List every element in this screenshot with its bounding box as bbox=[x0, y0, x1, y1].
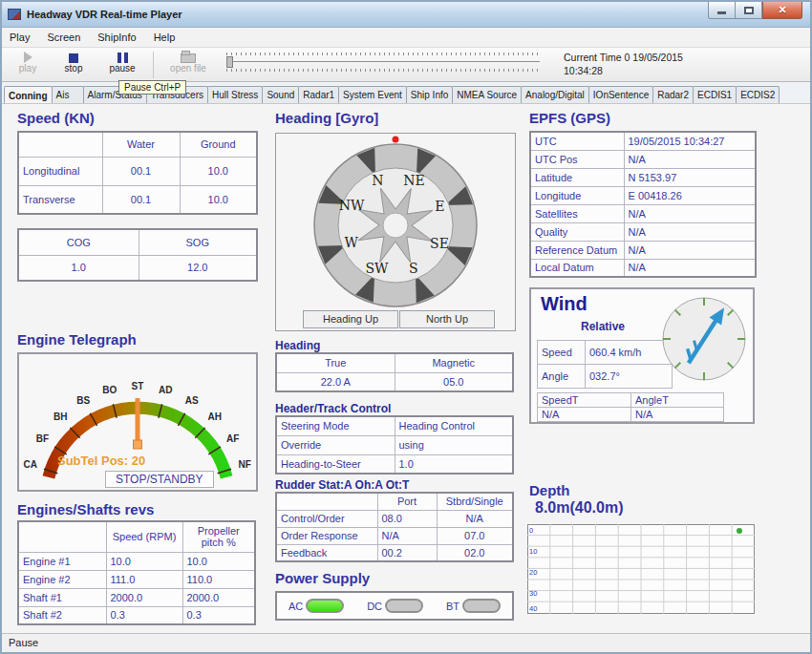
table-row: Control/Order 08.0 N/A bbox=[276, 510, 513, 527]
table-row: Longitudinal 00.1 10.0 bbox=[18, 157, 257, 185]
tab-hull-stress[interactable]: Hull Stress bbox=[207, 86, 263, 103]
engine-telegraph-gauge: CA BF BH BS BO ST AD AS AH AF NF bbox=[19, 354, 256, 490]
menu-bar: Play Screen ShipInfo Help bbox=[2, 28, 810, 48]
svg-text:AS: AS bbox=[185, 395, 199, 406]
stop-icon bbox=[69, 53, 78, 63]
pause-button[interactable]: pause bbox=[100, 50, 144, 80]
pause-icon bbox=[118, 53, 128, 63]
close-icon: ✕ bbox=[778, 4, 786, 16]
rudder-table: Port Stbrd/Single Control/Order 08.0 N/A… bbox=[275, 492, 514, 562]
wind-true-table: SpeedT AngleT N/A N/A bbox=[537, 392, 724, 422]
compass-rose: N NE E SE S SW W NW bbox=[276, 134, 515, 309]
status-bar: Pause bbox=[2, 633, 810, 652]
open-file-icon bbox=[181, 53, 196, 63]
tab-ais[interactable]: Ais bbox=[52, 86, 84, 103]
svg-text:S: S bbox=[409, 261, 418, 276]
svg-text:W: W bbox=[344, 235, 358, 250]
gyro-compass-panel: N NE E SE S SW W NW Heading Up North Up bbox=[275, 133, 516, 331]
maximize-icon bbox=[744, 7, 754, 14]
engine-telegraph-panel: CA BF BH BS BO ST AD AS AH AF NF SubTe bbox=[17, 352, 258, 492]
table-row: QualityN/A bbox=[530, 222, 756, 241]
toolbar: play stop pause open file Current Time 0… bbox=[2, 48, 810, 82]
table-row: Transverse 00.1 10.0 bbox=[18, 185, 257, 214]
heading-gyro-title: Heading [Gyro] bbox=[275, 110, 378, 126]
minimize-icon bbox=[717, 11, 726, 14]
menu-screen[interactable]: Screen bbox=[47, 32, 80, 43]
menu-shipinfo[interactable]: ShipInfo bbox=[97, 32, 136, 43]
menu-play[interactable]: Play bbox=[10, 32, 30, 43]
tab-system-event[interactable]: System Event bbox=[338, 86, 407, 103]
table-row: UTC19/05/2015 10:34:27 bbox=[530, 132, 756, 150]
table-row: UTC PosN/A bbox=[530, 150, 756, 168]
tab-analog-digital[interactable]: Analog/Digital bbox=[521, 86, 589, 103]
table-row: SatellitesN/A bbox=[530, 204, 756, 222]
svg-text:SE: SE bbox=[430, 236, 449, 251]
tab-ionsentence[interactable]: IOnSentence bbox=[588, 86, 653, 103]
svg-text:20: 20 bbox=[529, 568, 537, 577]
svg-text:0: 0 bbox=[529, 526, 533, 535]
tab-ecdis2[interactable]: ECDIS2 bbox=[736, 86, 780, 103]
app-icon bbox=[8, 9, 21, 20]
power-supply-title: Power Supply bbox=[275, 570, 370, 586]
table-row: Local DatumN/A bbox=[530, 259, 756, 277]
table-row: Override using bbox=[276, 435, 513, 454]
power-supply-panel: AC DC BT bbox=[275, 591, 514, 621]
pause-tooltip: Pause Ctrl+P bbox=[118, 80, 186, 95]
tab-radar2[interactable]: Radar2 bbox=[652, 86, 694, 103]
svg-text:BF: BF bbox=[36, 433, 49, 444]
bt-indicator-icon bbox=[462, 599, 501, 613]
svg-text:BO: BO bbox=[102, 385, 117, 395]
power-bt: BT bbox=[446, 599, 501, 613]
svg-text:40: 40 bbox=[529, 604, 537, 613]
table-row: N/A N/A bbox=[538, 408, 724, 422]
svg-text:NF: NF bbox=[239, 459, 251, 470]
slider-thumb[interactable] bbox=[226, 56, 233, 68]
wind-panel: Wind Relative Speed 060.4 km/h Angle 032… bbox=[529, 287, 755, 424]
app-window: Headway VDR Real-time Player ✕ Play Scre… bbox=[0, 0, 812, 654]
svg-text:AH: AH bbox=[208, 411, 222, 422]
table-row: Order Response N/A 07.0 bbox=[276, 527, 513, 544]
play-button[interactable]: play bbox=[6, 50, 50, 80]
playback-slider[interactable] bbox=[226, 53, 542, 77]
speed-table: Water Ground Longitudinal 00.1 10.0 Tran… bbox=[17, 131, 258, 215]
status-text: Pause bbox=[9, 637, 38, 648]
heading-up-button[interactable]: Heading Up bbox=[303, 310, 398, 328]
ac-indicator-icon bbox=[306, 599, 344, 613]
table-row: Engine #2 111.0 110.0 bbox=[18, 570, 255, 588]
tab-radar1[interactable]: Radar1 bbox=[298, 86, 339, 103]
table-row: Feedback 00.2 02.0 bbox=[276, 544, 513, 561]
engine-telegraph-title: Engine Telegraph bbox=[17, 331, 137, 348]
tab-sound[interactable]: Sound bbox=[262, 86, 299, 103]
close-button[interactable]: ✕ bbox=[762, 2, 802, 19]
slider-track[interactable] bbox=[232, 61, 540, 62]
north-up-button[interactable]: North Up bbox=[399, 310, 495, 328]
telegraph-status-button[interactable]: STOP/STANDBY bbox=[105, 471, 214, 488]
subtel-position: SubTel Pos: 20 bbox=[57, 454, 145, 468]
maximize-button[interactable] bbox=[736, 2, 762, 19]
track-control-table: Steering Mode Heading Control Override u… bbox=[275, 415, 514, 475]
rudder-title: Rudder Stat:A Oh:A Ot:T bbox=[275, 478, 409, 492]
svg-text:N: N bbox=[372, 173, 383, 188]
current-time-clock: 10:34:28 bbox=[564, 64, 683, 77]
menu-help[interactable]: Help bbox=[154, 32, 176, 43]
table-row: LatitudeN 5153.97 bbox=[530, 168, 756, 186]
slider-ticks-bottom bbox=[226, 69, 542, 72]
svg-text:ST: ST bbox=[132, 381, 144, 391]
svg-text:NE: NE bbox=[403, 173, 424, 188]
depth-chart: 0 10 20 30 40 bbox=[527, 524, 755, 614]
minimize-button[interactable] bbox=[708, 2, 736, 19]
epfs-title: EPFS (GPS) bbox=[529, 110, 610, 126]
tab-nmea-source[interactable]: NMEA Source bbox=[452, 86, 522, 103]
table-row: SpeedT AngleT bbox=[538, 393, 724, 408]
heading-marker-icon bbox=[393, 137, 399, 143]
tab-ecdis1[interactable]: ECDIS1 bbox=[693, 86, 737, 103]
table-row: Reference DatumN/A bbox=[530, 241, 756, 259]
svg-text:CA: CA bbox=[24, 459, 37, 470]
tab-conning[interactable]: Conning bbox=[4, 86, 53, 104]
svg-text:AF: AF bbox=[226, 433, 239, 444]
engines-shafts-title: Engines/Shafts revs bbox=[17, 501, 154, 517]
open-file-button[interactable]: open file bbox=[160, 50, 216, 80]
tab-ship-info[interactable]: Ship Info bbox=[406, 86, 453, 103]
dc-indicator-icon bbox=[385, 599, 423, 613]
stop-button[interactable]: stop bbox=[52, 50, 96, 80]
